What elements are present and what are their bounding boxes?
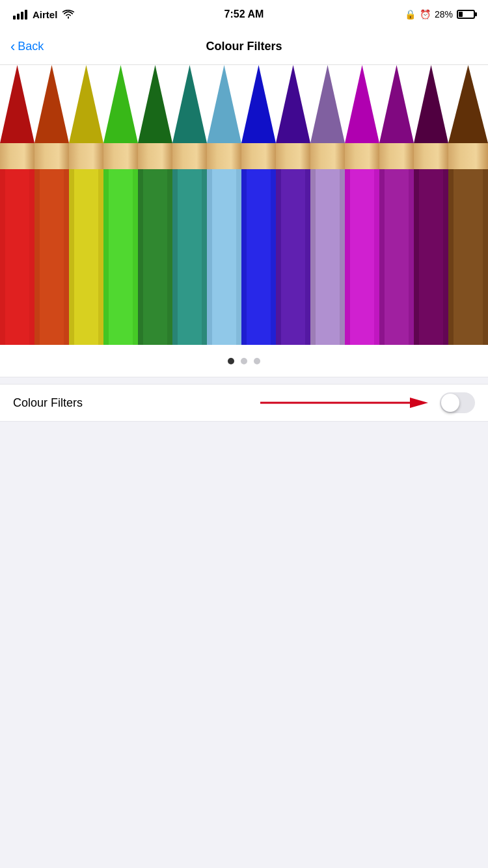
page-dot-2[interactable] [241, 358, 247, 364]
svg-rect-26 [172, 143, 207, 169]
wifi-icon [62, 10, 74, 19]
pencil-indigo [276, 65, 310, 345]
page-indicators [0, 345, 488, 377]
svg-rect-59 [409, 169, 414, 345]
battery-fill [459, 12, 463, 17]
svg-rect-18 [103, 169, 109, 345]
status-time: 7:52 AM [224, 8, 264, 20]
page-title: Colour Filters [206, 40, 282, 53]
svg-marker-50 [345, 65, 379, 143]
pencil-brown [448, 65, 488, 345]
svg-rect-8 [34, 169, 40, 345]
svg-rect-51 [345, 143, 379, 169]
svg-rect-21 [138, 143, 172, 169]
pencil-light-green [103, 65, 138, 345]
pencil-dark-green [138, 65, 172, 345]
page-dot-1[interactable] [228, 358, 234, 364]
svg-rect-1 [0, 143, 34, 169]
svg-rect-29 [202, 169, 207, 345]
toggle-knob [441, 394, 459, 412]
svg-marker-15 [103, 65, 138, 143]
status-left: Airtel [13, 9, 74, 20]
svg-rect-14 [98, 169, 103, 345]
svg-rect-44 [305, 169, 310, 345]
svg-rect-16 [103, 143, 138, 169]
annotation-arrow [260, 393, 429, 413]
svg-rect-49 [340, 169, 345, 345]
svg-marker-5 [34, 65, 69, 143]
status-right: 🔒 ⏰ 28% [405, 9, 475, 20]
colour-filters-toggle[interactable] [440, 392, 475, 413]
svg-marker-45 [310, 65, 345, 143]
svg-rect-53 [345, 169, 350, 345]
svg-rect-56 [379, 143, 414, 169]
nav-bar: ‹ Back Colour Filters [0, 29, 488, 65]
back-button[interactable]: ‹ Back [10, 40, 44, 54]
battery-icon [457, 10, 475, 19]
svg-rect-9 [64, 169, 69, 345]
svg-rect-33 [207, 169, 212, 345]
svg-rect-46 [310, 143, 345, 169]
svg-rect-48 [310, 169, 316, 345]
svg-rect-6 [34, 143, 69, 169]
page-dot-3[interactable] [254, 358, 260, 364]
pencil-orange [34, 65, 69, 345]
back-chevron-icon: ‹ [10, 40, 15, 54]
svg-rect-24 [167, 169, 172, 345]
pencil-dark-purple [414, 65, 448, 345]
section-separator [0, 377, 488, 384]
pencils-illustration [0, 65, 488, 345]
svg-rect-58 [379, 169, 385, 345]
svg-rect-61 [414, 143, 448, 169]
pencil-magenta [345, 65, 379, 345]
colour-filters-row: Colour Filters [0, 385, 488, 421]
pencil-teal [172, 65, 207, 345]
svg-rect-63 [414, 169, 419, 345]
row-right [260, 392, 475, 413]
svg-rect-4 [29, 169, 34, 345]
svg-rect-31 [207, 143, 241, 169]
status-bar: Airtel 7:52 AM 🔒 ⏰ 28% [0, 0, 488, 29]
svg-rect-54 [374, 169, 379, 345]
svg-rect-28 [172, 169, 178, 345]
svg-rect-19 [133, 169, 138, 345]
svg-rect-68 [448, 169, 454, 345]
svg-marker-60 [414, 65, 448, 143]
arrow-svg [260, 393, 429, 413]
svg-rect-34 [236, 169, 241, 345]
svg-rect-64 [443, 169, 448, 345]
svg-rect-43 [276, 169, 281, 345]
svg-marker-25 [172, 65, 207, 143]
svg-marker-40 [276, 65, 310, 143]
colour-filters-label: Colour Filters [13, 396, 83, 410]
svg-rect-3 [0, 169, 5, 345]
svg-rect-67 [448, 169, 488, 345]
svg-marker-35 [241, 65, 276, 143]
svg-marker-55 [379, 65, 414, 143]
svg-rect-11 [69, 143, 103, 169]
svg-rect-13 [69, 169, 74, 345]
svg-marker-71 [410, 398, 428, 408]
signal-icon [13, 10, 27, 20]
alarm-icon: ⏰ [420, 9, 431, 20]
battery-percent: 28% [435, 9, 453, 20]
pencil-light-blue [207, 65, 241, 345]
svg-rect-66 [448, 143, 488, 169]
pencils-svg [0, 65, 488, 345]
svg-rect-39 [271, 169, 276, 345]
svg-marker-0 [0, 65, 34, 143]
svg-rect-41 [276, 143, 310, 169]
svg-marker-10 [69, 65, 103, 143]
pencil-purple [379, 65, 414, 345]
back-label: Back [18, 40, 44, 53]
svg-marker-30 [207, 65, 241, 143]
lock-icon: 🔒 [405, 9, 416, 20]
bottom-area [0, 422, 488, 812]
svg-rect-69 [483, 169, 488, 345]
svg-rect-36 [241, 143, 276, 169]
svg-rect-38 [241, 169, 247, 345]
colour-filters-section: Colour Filters [0, 384, 488, 422]
pencil-lavender [310, 65, 345, 345]
carrier-label: Airtel [33, 9, 57, 20]
pencil-red [0, 65, 34, 345]
